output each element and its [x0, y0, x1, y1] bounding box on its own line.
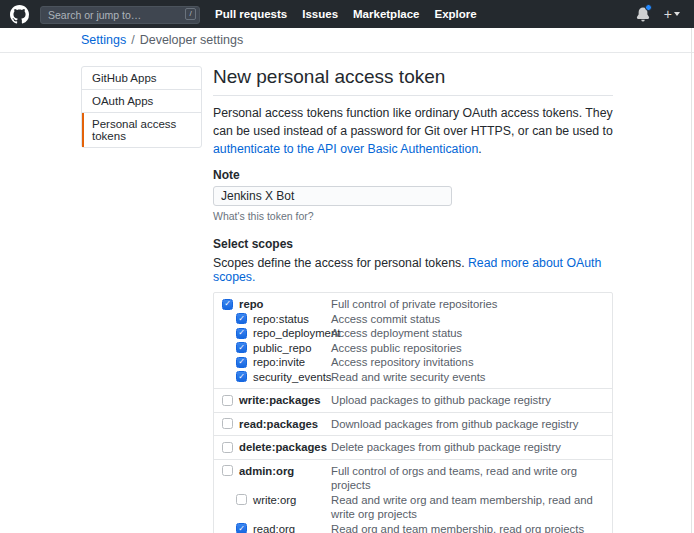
scope-label: delete:packages — [239, 440, 327, 455]
header-right: + — [636, 6, 680, 22]
scope-label: read:org — [253, 522, 295, 533]
plus-icon: + — [664, 6, 672, 22]
scope-row: write:orgRead and write org and team mem… — [222, 493, 604, 522]
scope-description: Delete packages from github package regi… — [331, 440, 604, 455]
intro-body: Personal access tokens function like ord… — [213, 106, 613, 138]
scope-group: read:packagesDownload packages from gith… — [214, 413, 612, 437]
note-help-link[interactable]: What's this token for? — [213, 210, 314, 222]
breadcrumb: Settings / Developer settings — [0, 28, 694, 53]
scope-description: Access public repositories — [331, 341, 604, 356]
sidebar-item-github-apps[interactable]: GitHub Apps — [82, 67, 201, 90]
nav-marketplace[interactable]: Marketplace — [353, 8, 419, 20]
scope-description: Read and write org and team membership, … — [331, 493, 604, 522]
nav-pull-requests[interactable]: Pull requests — [215, 8, 287, 20]
scope-checkbox-checked[interactable]: ✓ — [236, 313, 247, 324]
scopes-description: Scopes define the access for personal to… — [213, 256, 613, 284]
create-new-button[interactable]: + — [664, 6, 680, 22]
scope-checkbox-checked[interactable]: ✓ — [236, 328, 247, 339]
basic-auth-link[interactable]: authenticate to the API over Basic Authe… — [213, 142, 478, 156]
scope-description: Upload packages to github package regist… — [331, 393, 604, 408]
header-search: / — [40, 5, 200, 24]
scope-description: Access commit status — [331, 312, 604, 327]
scope-label: repo:status — [253, 312, 309, 327]
scope-row: ✓repo_deploymentAccess deployment status — [222, 326, 604, 341]
scope-description: Full control of orgs and teams, read and… — [331, 464, 604, 493]
scope-label: repo_deployment — [253, 326, 340, 341]
scope-label: repo — [239, 297, 263, 312]
scope-row: ✓public_repoAccess public repositories — [222, 341, 604, 356]
nav-issues[interactable]: Issues — [302, 8, 338, 20]
select-scopes-label: Select scopes — [213, 237, 613, 251]
scope-label: read:packages — [239, 417, 318, 432]
scope-label: write:org — [253, 493, 296, 508]
scope-checkbox-checked[interactable]: ✓ — [236, 357, 247, 368]
developer-settings-menu: GitHub Apps OAuth Apps Personal access t… — [81, 66, 202, 148]
scope-checkbox-checked[interactable]: ✓ — [236, 371, 247, 382]
note-input[interactable] — [213, 186, 452, 206]
scope-checkbox[interactable] — [222, 395, 233, 406]
breadcrumb-settings-link[interactable]: Settings — [81, 33, 126, 47]
header-nav: Pull requests Issues Marketplace Explore — [215, 8, 477, 20]
scope-description: Read org and team membership, read org p… — [331, 522, 604, 533]
notification-dot — [645, 4, 652, 11]
search-input[interactable] — [40, 6, 200, 24]
note-label: Note — [213, 168, 613, 182]
scope-group: delete:packagesDelete packages from gith… — [214, 436, 612, 460]
scope-checkbox[interactable] — [222, 442, 233, 453]
main-panel: New personal access token Personal acces… — [213, 66, 613, 533]
scope-label: write:packages — [239, 393, 321, 408]
scope-description: Download packages from github package re… — [331, 417, 604, 432]
scope-row: ✓security_eventsRead and write security … — [222, 370, 604, 385]
scope-row: ✓repo:statusAccess commit status — [222, 312, 604, 327]
sidebar-item-personal-access-tokens[interactable]: Personal access tokens — [82, 113, 201, 147]
scope-row: admin:orgFull control of orgs and teams,… — [222, 464, 604, 493]
scope-label: repo:invite — [253, 355, 305, 370]
scope-description: Access repository invitations — [331, 355, 604, 370]
scope-label: public_repo — [253, 341, 311, 356]
scope-description: Access deployment status — [331, 326, 604, 341]
scope-row: delete:packagesDelete packages from gith… — [222, 440, 604, 455]
scope-row: read:packagesDownload packages from gith… — [222, 417, 604, 432]
slash-key-hint: / — [185, 8, 196, 20]
nav-explore[interactable]: Explore — [435, 8, 477, 20]
scope-checkbox[interactable] — [236, 494, 247, 505]
breadcrumb-current: Developer settings — [140, 33, 244, 47]
scope-checkbox[interactable] — [222, 418, 233, 429]
scopes-text: Scopes define the access for personal to… — [213, 256, 468, 270]
scope-label: security_events — [253, 370, 332, 385]
intro-period: . — [478, 142, 481, 156]
scope-group: ✓repoFull control of private repositorie… — [214, 293, 612, 389]
sidebar-item-oauth-apps[interactable]: OAuth Apps — [82, 90, 201, 113]
page-content: GitHub Apps OAuth Apps Personal access t… — [0, 53, 694, 533]
scope-checkbox-checked[interactable]: ✓ — [236, 523, 247, 533]
breadcrumb-separator: / — [131, 33, 134, 47]
caret-down-icon — [674, 12, 680, 16]
scope-row: write:packagesUpload packages to github … — [222, 393, 604, 408]
scrollbar[interactable] — [691, 28, 692, 533]
scope-checkbox-checked[interactable]: ✓ — [222, 299, 233, 310]
page-title: New personal access token — [213, 66, 613, 96]
github-logo-icon[interactable] — [10, 5, 29, 24]
scope-row: ✓read:orgRead org and team membership, r… — [222, 522, 604, 533]
app-header: / Pull requests Issues Marketplace Explo… — [0, 0, 694, 28]
scope-row: ✓repoFull control of private repositorie… — [222, 297, 604, 312]
scope-description: Read and write security events — [331, 370, 604, 385]
scope-description: Full control of private repositories — [331, 297, 604, 312]
scope-label: admin:org — [239, 464, 294, 479]
notifications-button[interactable] — [636, 7, 650, 22]
scope-group: admin:orgFull control of orgs and teams,… — [214, 460, 612, 533]
intro-text: Personal access tokens function like ord… — [213, 104, 613, 158]
scope-checkbox[interactable] — [222, 465, 233, 476]
scope-table: ✓repoFull control of private repositorie… — [213, 292, 613, 533]
scope-group: write:packagesUpload packages to github … — [214, 389, 612, 413]
scope-checkbox-checked[interactable]: ✓ — [236, 342, 247, 353]
scope-row: ✓repo:inviteAccess repository invitation… — [222, 355, 604, 370]
